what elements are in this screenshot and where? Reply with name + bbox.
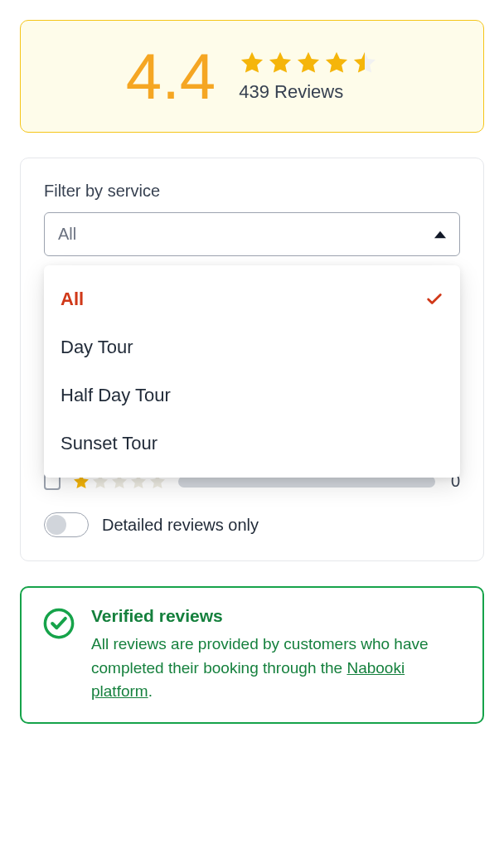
filter-label: Filter by service <box>44 182 460 201</box>
review-count: 439 Reviews <box>239 81 378 103</box>
check-icon <box>425 290 443 308</box>
detailed-reviews-label: Detailed reviews only <box>102 516 259 535</box>
dropdown-item-half-day-tour[interactable]: Half Day Tour <box>44 371 460 420</box>
rating-meta: 439 Reviews <box>239 50 378 103</box>
service-dropdown: All Day Tour Half Day Tour Sunset Tour <box>44 265 460 478</box>
caret-up-icon <box>434 229 446 240</box>
dropdown-item-label: Day Tour <box>61 337 133 358</box>
dropdown-item-day-tour[interactable]: Day Tour <box>44 323 460 371</box>
dropdown-item-label: All <box>61 289 84 310</box>
toggle-knob <box>46 515 66 535</box>
star-icon <box>239 50 265 76</box>
rating-score: 4.4 <box>126 44 216 109</box>
verified-content: Verified reviews All reviews are provide… <box>91 606 463 704</box>
detailed-reviews-toggle[interactable] <box>44 512 89 537</box>
verified-reviews-box: Verified reviews All reviews are provide… <box>20 586 484 724</box>
star-icon <box>295 50 322 76</box>
filter-panel: Filter by service All All Day Tour Half … <box>20 158 484 561</box>
verified-text: All reviews are provided by customers wh… <box>91 633 463 704</box>
check-circle-icon <box>41 606 76 641</box>
dropdown-item-label: Sunset Tour <box>61 433 158 454</box>
rating-summary-card: 4.4 439 Reviews <box>20 20 484 133</box>
service-select-trigger[interactable]: All <box>44 212 460 256</box>
dropdown-item-sunset-tour[interactable]: Sunset Tour <box>44 420 460 468</box>
detailed-reviews-toggle-row: Detailed reviews only <box>44 512 460 537</box>
verified-title: Verified reviews <box>91 606 463 626</box>
service-select-value: All <box>58 225 76 244</box>
rating-stars <box>239 50 378 76</box>
dropdown-item-all[interactable]: All <box>44 275 460 323</box>
star-half-icon <box>351 50 378 76</box>
star-icon <box>267 50 293 76</box>
star-icon <box>323 50 350 76</box>
verified-text-suffix: . <box>148 682 153 700</box>
service-select: All All Day Tour Half Day Tour Sunset To… <box>44 212 460 256</box>
dropdown-item-label: Half Day Tour <box>61 385 171 406</box>
